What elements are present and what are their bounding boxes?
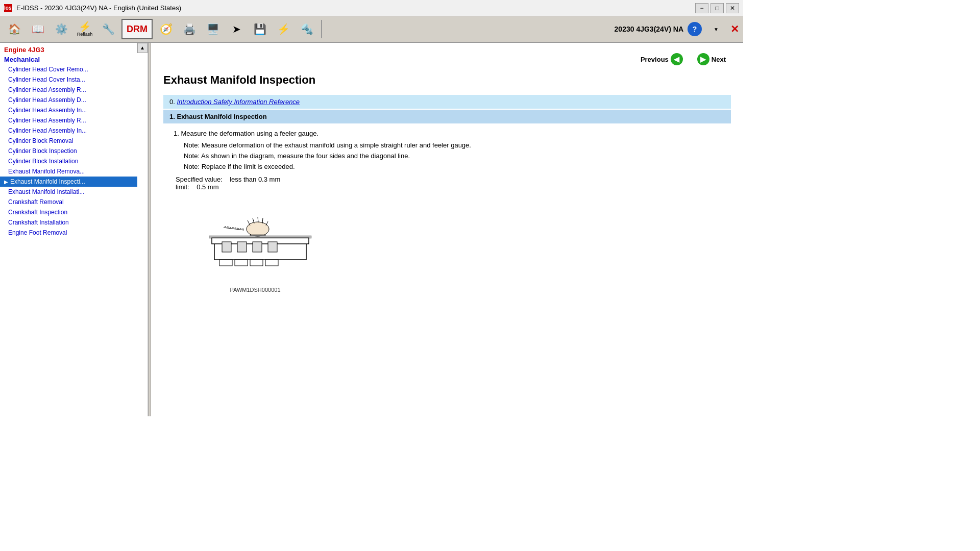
main-layout: Engine 4JG3 Mechanical Cylinder Head Cov… bbox=[0, 43, 743, 416]
step-1: 1. Measure the deformation using a feele… bbox=[174, 130, 731, 137]
home-button[interactable]: 🏠 bbox=[4, 19, 24, 39]
sidebar-item-label: Exhaust Manifold Inspecti... bbox=[10, 178, 85, 185]
print-button[interactable]: 🖨️ bbox=[179, 19, 200, 39]
sidebar-item-4[interactable]: Cylinder Head Assembly In... bbox=[0, 105, 137, 115]
toc-index-0: 0. bbox=[169, 98, 175, 106]
sidebar-item-9[interactable]: Cylinder Block Installation bbox=[0, 156, 137, 166]
svg-rect-2 bbox=[219, 260, 232, 266]
navigation-buttons: Previous ◀ ▶ Next bbox=[163, 51, 731, 67]
svg-line-14 bbox=[258, 217, 258, 222]
sidebar-subsection-title: Mechanical bbox=[0, 55, 137, 64]
svg-rect-7 bbox=[237, 242, 247, 252]
engine-button[interactable]: ⚙️ bbox=[51, 19, 71, 39]
spec-limit-number: 0.5 mm bbox=[197, 183, 218, 191]
drm-button[interactable]: DRM bbox=[121, 19, 153, 39]
spec-limit-label: limit: bbox=[176, 183, 189, 191]
print-icon: 🖨️ bbox=[183, 24, 196, 34]
arrow-right-icon: ➤ bbox=[232, 24, 241, 34]
next-circle-icon: ▶ bbox=[697, 53, 709, 65]
book-button[interactable]: 📖 bbox=[28, 19, 48, 39]
window-controls[interactable]: − □ ✕ bbox=[695, 3, 739, 13]
sidebar-item-5[interactable]: Cylinder Head Assembly R... bbox=[0, 115, 137, 126]
spec-specified-value: Specified value: less than 0.3 mm bbox=[176, 176, 731, 183]
toolbar: 🏠 📖 ⚙️ ⚡ Reflash 🔧 DRM 🧭 🖨️ 🖥️ ➤ 💾 ⚡ 🔩 2… bbox=[0, 16, 743, 43]
toc-item-1: 1. Exhaust Manifold Inspection bbox=[163, 110, 731, 123]
note-3: Note: Replace if the limit is exceeded. bbox=[184, 163, 731, 170]
sidebar-item-13[interactable]: Crankshaft Removal bbox=[0, 197, 137, 207]
engine2-icon: 🔩 bbox=[301, 24, 313, 34]
monitor-button[interactable]: 🖥️ bbox=[203, 19, 223, 39]
spec-limit: limit: 0.5 mm bbox=[176, 183, 731, 191]
app-icon: Ioss bbox=[4, 4, 12, 12]
tools-icon: 🔧 bbox=[102, 24, 115, 34]
next-label: Next bbox=[712, 56, 726, 63]
sidebar-item-2[interactable]: Cylinder Head Assembly R... bbox=[0, 85, 137, 95]
svg-rect-5 bbox=[265, 260, 278, 266]
content-area: Previous ◀ ▶ Next Exhaust Manifold Inspe… bbox=[151, 43, 743, 416]
sidebar-item-14[interactable]: Crankshaft Inspection bbox=[0, 207, 137, 217]
sidebar-item-7[interactable]: Cylinder Block Removal bbox=[0, 136, 137, 146]
engine2-button[interactable]: 🔩 bbox=[297, 19, 317, 39]
model-label: 20230 4JG3(24V) NA bbox=[615, 25, 683, 33]
page-title: Exhaust Manifold Inspection bbox=[163, 73, 731, 87]
toc-link-0[interactable]: Introduction Safety Information Referenc… bbox=[177, 98, 300, 106]
toc-item-0[interactable]: 0. Introduction Safety Information Refer… bbox=[163, 95, 731, 109]
note-text-2: Note: As shown in the diagram, measure t… bbox=[184, 152, 410, 160]
arrow-right-button[interactable]: ➤ bbox=[226, 19, 247, 39]
spec-specified-label: Specified value: bbox=[176, 176, 223, 183]
sidebar-item-12[interactable]: Exhaust Manifold Installati... bbox=[0, 187, 137, 197]
diagram-area: PAWM1DSH000001 bbox=[184, 201, 731, 293]
svg-rect-9 bbox=[268, 242, 277, 252]
note-2: Note: As shown in the diagram, measure t… bbox=[184, 152, 731, 160]
compass-button[interactable]: 🧭 bbox=[156, 19, 176, 39]
note-text-1: Note: Measure deformation of the exhaust… bbox=[184, 141, 471, 149]
toolbar-right: 20230 4JG3(24V) NA ? ▼ ✕ bbox=[615, 19, 739, 39]
note-1: Note: Measure deformation of the exhaust… bbox=[184, 141, 731, 149]
sidebar-item-3[interactable]: Cylinder Head Assembly D... bbox=[0, 95, 137, 105]
previous-button[interactable]: Previous ◀ bbox=[635, 51, 688, 67]
spec-specified-number: less than 0.3 mm bbox=[230, 176, 280, 183]
arrow-fast-button[interactable]: ⚡ bbox=[273, 19, 293, 39]
monitor-icon: 🖥️ bbox=[207, 24, 219, 34]
toc-label-1: Exhaust Manifold Inspection bbox=[177, 113, 266, 120]
title-bar-left: Ioss E-IDSS - 20230 4JG3(24V) NA - Engli… bbox=[4, 4, 181, 12]
book-icon: 📖 bbox=[32, 24, 44, 34]
svg-rect-8 bbox=[253, 242, 262, 252]
flash-icon: ⚡ bbox=[79, 21, 91, 32]
dropdown-arrow[interactable]: ▼ bbox=[706, 19, 726, 39]
svg-rect-6 bbox=[222, 242, 231, 252]
home-icon: 🏠 bbox=[8, 24, 21, 34]
sidebar-item-6[interactable]: Cylinder Head Assembly In... bbox=[0, 126, 137, 136]
sidebar-scroll-up[interactable]: ▲ bbox=[137, 43, 148, 53]
spec-block: Specified value: less than 0.3 mm limit:… bbox=[176, 176, 731, 191]
engine-icon: ⚙️ bbox=[55, 24, 68, 34]
sidebar-item-0[interactable]: Cylinder Head Cover Remo... bbox=[0, 64, 137, 74]
close-button[interactable]: ✕ bbox=[726, 3, 739, 13]
note-text-3: Note: Replace if the limit is exceeded. bbox=[184, 163, 295, 170]
reflash-label: Reflash bbox=[77, 32, 93, 37]
sidebar-item-15[interactable]: Crankshaft Installation bbox=[0, 217, 137, 228]
window-title: E-IDSS - 20230 4JG3(24V) NA - English (U… bbox=[16, 4, 181, 12]
sidebar-item-1[interactable]: Cylinder Head Cover Insta... bbox=[0, 74, 137, 85]
previous-label: Previous bbox=[641, 56, 669, 63]
maximize-button[interactable]: □ bbox=[710, 3, 724, 13]
save-icon: 💾 bbox=[254, 24, 266, 34]
title-bar: Ioss E-IDSS - 20230 4JG3(24V) NA - Engli… bbox=[0, 0, 743, 16]
svg-rect-3 bbox=[235, 260, 248, 266]
sidebar-item-8[interactable]: Cylinder Block Inspection bbox=[0, 146, 137, 156]
toolbar-close-button[interactable]: ✕ bbox=[730, 23, 739, 35]
minimize-button[interactable]: − bbox=[695, 3, 708, 13]
tools-button[interactable]: 🔧 bbox=[98, 19, 118, 39]
toolbar-separator bbox=[321, 20, 322, 38]
next-button[interactable]: ▶ Next bbox=[692, 51, 731, 67]
svg-rect-17 bbox=[250, 235, 265, 236]
save-button[interactable]: 💾 bbox=[250, 19, 270, 39]
sidebar-item-10[interactable]: Exhaust Manifold Remova... bbox=[0, 166, 137, 177]
sidebar-item-11[interactable]: ▶Exhaust Manifold Inspecti... bbox=[0, 177, 137, 187]
sidebar-item-16[interactable]: Engine Foot Removal bbox=[0, 228, 137, 238]
arrow-fast-icon: ⚡ bbox=[277, 24, 290, 34]
compass-icon: 🧭 bbox=[160, 24, 173, 34]
flash-button[interactable]: ⚡ Reflash bbox=[75, 19, 95, 39]
help-button[interactable]: ? bbox=[688, 22, 702, 36]
svg-rect-4 bbox=[250, 260, 263, 266]
